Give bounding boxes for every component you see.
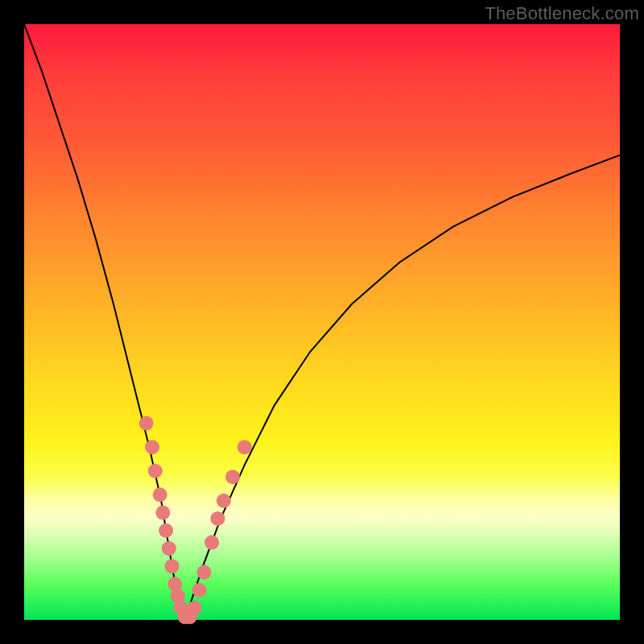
data-marker xyxy=(159,523,173,538)
marker-group xyxy=(139,416,252,625)
data-marker xyxy=(225,469,240,484)
data-marker xyxy=(188,601,202,615)
plot-area xyxy=(24,24,620,620)
data-marker xyxy=(204,535,219,550)
data-marker xyxy=(155,506,170,520)
data-marker xyxy=(153,488,167,502)
data-marker xyxy=(237,440,252,454)
data-marker xyxy=(148,464,163,478)
data-marker xyxy=(139,416,154,431)
data-marker xyxy=(162,541,176,555)
data-marker xyxy=(217,493,231,508)
data-marker xyxy=(165,559,180,573)
data-marker xyxy=(145,440,159,454)
data-marker xyxy=(197,565,212,580)
chart-frame: TheBottleneck.com xyxy=(0,0,644,644)
bottleneck-curve xyxy=(24,24,620,620)
data-marker xyxy=(211,511,225,526)
watermark-text: TheBottleneck.com xyxy=(485,3,639,24)
data-marker xyxy=(192,583,207,597)
chart-svg xyxy=(24,24,620,620)
